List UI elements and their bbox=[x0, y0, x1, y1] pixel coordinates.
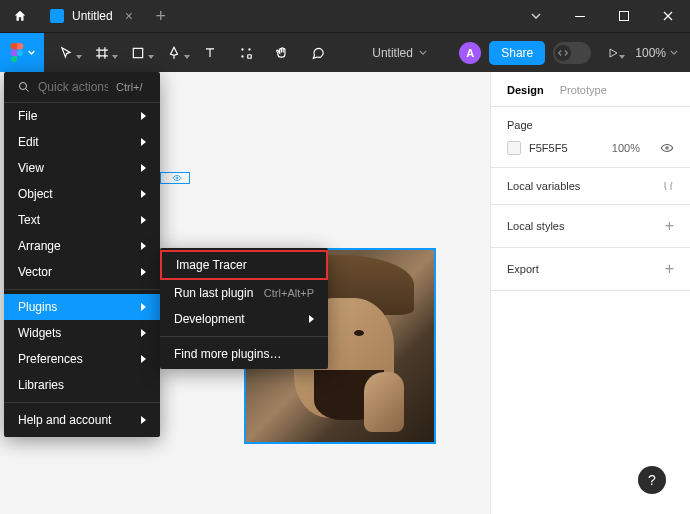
doc-title-text: Untitled bbox=[372, 46, 413, 60]
svg-rect-3 bbox=[133, 48, 142, 57]
home-button[interactable] bbox=[0, 0, 40, 32]
local-variables-row[interactable]: Local variables bbox=[491, 168, 690, 205]
tool-group bbox=[44, 33, 340, 73]
menu-help[interactable]: Help and account bbox=[4, 407, 160, 433]
menu-separator bbox=[4, 289, 160, 290]
chevron-down-icon bbox=[28, 50, 35, 55]
add-style-button[interactable]: + bbox=[665, 217, 674, 235]
tab-design[interactable]: Design bbox=[507, 84, 544, 96]
document-title[interactable]: Untitled bbox=[340, 46, 459, 60]
export-row[interactable]: Export + bbox=[491, 248, 690, 291]
run-last-shortcut: Ctrl+Alt+P bbox=[264, 287, 314, 299]
local-styles-label: Local styles bbox=[507, 220, 564, 232]
text-tool[interactable] bbox=[192, 33, 228, 73]
chevron-right-icon bbox=[141, 242, 146, 250]
move-tool[interactable] bbox=[48, 33, 84, 73]
zoom-control[interactable]: 100% bbox=[635, 46, 678, 60]
figma-logo-icon bbox=[10, 43, 24, 63]
svg-point-2 bbox=[17, 50, 23, 56]
comment-tool[interactable] bbox=[300, 33, 336, 73]
document-tab[interactable]: Untitled × bbox=[40, 0, 143, 32]
svg-point-4 bbox=[241, 48, 243, 50]
dev-mode-toggle[interactable] bbox=[553, 42, 591, 64]
local-variables-label: Local variables bbox=[507, 180, 580, 192]
page-section: Page F5F5F5 100% bbox=[491, 107, 690, 168]
chevron-right-icon bbox=[141, 355, 146, 363]
svg-point-9 bbox=[666, 147, 668, 149]
titlebar: Untitled × + bbox=[0, 0, 690, 32]
svg-rect-7 bbox=[248, 54, 252, 58]
svg-point-6 bbox=[241, 55, 243, 57]
svg-rect-1 bbox=[620, 12, 629, 21]
help-button[interactable]: ? bbox=[638, 466, 666, 494]
page-section-title: Page bbox=[507, 119, 674, 131]
page-color-swatch[interactable] bbox=[507, 141, 521, 155]
menu-widgets[interactable]: Widgets bbox=[4, 320, 160, 346]
local-styles-row[interactable]: Local styles + bbox=[491, 205, 690, 248]
close-tab-button[interactable]: × bbox=[125, 8, 133, 24]
menu-vector[interactable]: Vector bbox=[4, 259, 160, 285]
settings-icon[interactable] bbox=[662, 180, 674, 192]
menu-libraries[interactable]: Libraries bbox=[4, 372, 160, 398]
add-export-button[interactable]: + bbox=[665, 260, 674, 278]
chevron-down-icon[interactable] bbox=[514, 0, 558, 32]
code-icon bbox=[558, 49, 568, 57]
minimize-button[interactable] bbox=[558, 0, 602, 32]
menu-separator bbox=[4, 402, 160, 403]
submenu-development[interactable]: Development bbox=[160, 306, 328, 332]
frame-tool[interactable] bbox=[84, 33, 120, 73]
eye-icon[interactable] bbox=[660, 143, 674, 153]
submenu-image-tracer[interactable]: Image Tracer bbox=[160, 250, 328, 280]
quick-actions[interactable]: Ctrl+/ bbox=[4, 72, 160, 103]
chevron-right-icon bbox=[141, 303, 146, 311]
resources-tool[interactable] bbox=[228, 33, 264, 73]
chevron-right-icon bbox=[141, 164, 146, 172]
chevron-down-icon bbox=[419, 50, 427, 55]
menu-edit[interactable]: Edit bbox=[4, 129, 160, 155]
chevron-right-icon bbox=[309, 315, 314, 323]
page-opacity-value[interactable]: 100% bbox=[612, 142, 640, 154]
chevron-down-icon bbox=[670, 50, 678, 55]
main-menu-button[interactable] bbox=[0, 33, 44, 73]
present-button[interactable] bbox=[599, 33, 627, 73]
quick-actions-input[interactable] bbox=[38, 80, 108, 94]
frame-indicator[interactable] bbox=[160, 172, 190, 184]
menu-view[interactable]: View bbox=[4, 155, 160, 181]
submenu-find-more-plugins[interactable]: Find more plugins… bbox=[160, 341, 328, 367]
home-icon bbox=[13, 9, 27, 23]
menu-object[interactable]: Object bbox=[4, 181, 160, 207]
export-label: Export bbox=[507, 263, 539, 275]
close-window-button[interactable] bbox=[646, 0, 690, 32]
page-color-value[interactable]: F5F5F5 bbox=[529, 142, 604, 154]
share-button[interactable]: Share bbox=[489, 41, 545, 65]
svg-rect-0 bbox=[575, 16, 585, 17]
user-avatar[interactable]: A bbox=[459, 42, 481, 64]
chevron-right-icon bbox=[141, 416, 146, 424]
menu-text[interactable]: Text bbox=[4, 207, 160, 233]
chevron-right-icon bbox=[141, 190, 146, 198]
new-tab-button[interactable]: + bbox=[143, 0, 179, 32]
figma-file-icon bbox=[50, 9, 64, 23]
shape-tool[interactable] bbox=[120, 33, 156, 73]
tab-title: Untitled bbox=[72, 9, 113, 23]
panel-tabs: Design Prototype bbox=[491, 72, 690, 107]
submenu-run-last-plugin[interactable]: Run last pluginCtrl+Alt+P bbox=[160, 280, 328, 306]
svg-point-10 bbox=[20, 83, 27, 90]
search-icon bbox=[18, 81, 30, 93]
chevron-right-icon bbox=[141, 112, 146, 120]
menu-plugins[interactable]: Plugins bbox=[4, 294, 160, 320]
hand-tool[interactable] bbox=[264, 33, 300, 73]
properties-panel: Design Prototype Page F5F5F5 100% Local … bbox=[490, 72, 690, 514]
window-controls bbox=[514, 0, 690, 32]
menu-file[interactable]: File bbox=[4, 103, 160, 129]
menu-arrange[interactable]: Arrange bbox=[4, 233, 160, 259]
chevron-right-icon bbox=[141, 329, 146, 337]
zoom-value: 100% bbox=[635, 46, 666, 60]
svg-point-5 bbox=[248, 48, 250, 50]
menu-preferences[interactable]: Preferences bbox=[4, 346, 160, 372]
chevron-right-icon bbox=[141, 216, 146, 224]
pen-tool[interactable] bbox=[156, 33, 192, 73]
maximize-button[interactable] bbox=[602, 0, 646, 32]
chevron-right-icon bbox=[141, 138, 146, 146]
tab-prototype[interactable]: Prototype bbox=[560, 84, 607, 96]
